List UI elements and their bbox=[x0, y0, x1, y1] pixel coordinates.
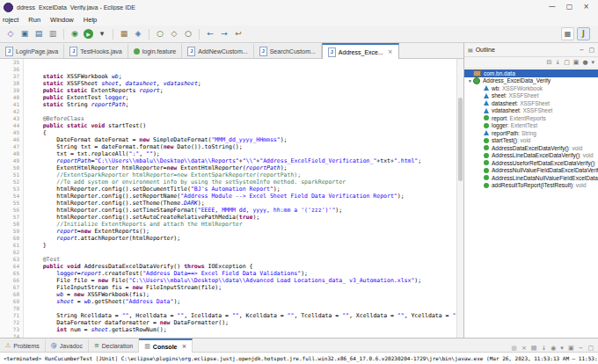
open-perspective-icon[interactable]: ▦ bbox=[561, 27, 574, 40]
code-line-40[interactable]: 40 public ExtentTest logger; bbox=[0, 94, 456, 101]
line-number[interactable]: 61 bbox=[0, 242, 24, 249]
code-line-58[interactable]: 58 //Initialize ExtentReports and attach… bbox=[0, 221, 456, 228]
code-line-61[interactable]: 61 } bbox=[0, 242, 456, 249]
save-icon[interactable]: ▣ bbox=[18, 28, 31, 40]
outline-item-logger[interactable]: logger : ExtentTest bbox=[464, 122, 598, 130]
tab-close-icon[interactable]: × bbox=[181, 343, 186, 350]
display-selected-console-icon[interactable]: ▾ bbox=[560, 345, 564, 352]
code-line-71[interactable]: 71 String Rcelldata = "", Hcelldata = ""… bbox=[0, 312, 456, 319]
line-number[interactable]: 58 bbox=[0, 221, 24, 228]
code-line-36[interactable]: 36 bbox=[0, 66, 456, 73]
hide-static-members-icon[interactable]: ▣ bbox=[573, 59, 580, 66]
pin-console-icon[interactable]: ◉ bbox=[551, 345, 556, 352]
console-output[interactable]: <terminated> RunCucumberTest [JUnit] C:\… bbox=[0, 353, 598, 364]
code-line-56[interactable]: 56 htmlReporter.config().setTimeStampFor… bbox=[0, 207, 456, 214]
minimize-view-icon[interactable]: − bbox=[580, 47, 585, 54]
outline-item-address-exceldata-verify[interactable]: ▾Address_ExcelData_Verify bbox=[464, 77, 598, 85]
forward-icon[interactable]: → bbox=[218, 28, 230, 40]
menu-run[interactable]: Run bbox=[28, 16, 40, 24]
hide-fields-icon[interactable]: ▢ bbox=[564, 59, 570, 66]
code-line-53[interactable]: 53 htmlReporter.config().setDocumentTitl… bbox=[0, 186, 456, 193]
new-wizard-icon[interactable]: ◇ bbox=[4, 28, 17, 40]
code-line-74[interactable]: 74 bbox=[0, 333, 456, 338]
sort-icon[interactable]: ↓ bbox=[555, 59, 560, 66]
editor-tab-testhooks-java[interactable]: JTestHooks.java bbox=[64, 44, 128, 58]
line-number[interactable]: 36 bbox=[0, 66, 24, 73]
outline-item-vdatasheet[interactable]: vdatasheet : XSSFSheet bbox=[464, 107, 598, 115]
coverage-icon[interactable]: ▦ bbox=[118, 28, 130, 40]
line-number[interactable]: 72 bbox=[0, 319, 24, 326]
code-line-69[interactable]: 69 sheet = wb.getSheet("Address Data"); bbox=[0, 298, 456, 305]
line-number[interactable]: 45 bbox=[0, 129, 24, 136]
view-menu-icon[interactable]: ▾ bbox=[591, 59, 594, 66]
outline-item-starttest[interactable]: startTest() : void bbox=[464, 137, 598, 145]
menu-help[interactable]: Help bbox=[84, 16, 97, 24]
line-number[interactable]: 56 bbox=[0, 207, 24, 214]
terminate-icon[interactable]: ■ bbox=[511, 345, 517, 352]
line-number[interactable]: 40 bbox=[0, 94, 24, 101]
code-line-35[interactable]: 35 bbox=[0, 59, 456, 66]
line-number[interactable]: 43 bbox=[0, 115, 24, 122]
run-history-icon[interactable]: ▾ bbox=[96, 28, 108, 40]
view-tab-problems[interactable]: ⚠Problems bbox=[0, 339, 46, 352]
editor-tab-login-feature[interactable]: login.feature bbox=[128, 44, 183, 58]
clear-console-icon[interactable]: ▤ bbox=[531, 345, 537, 352]
line-number[interactable]: 73 bbox=[0, 326, 24, 333]
code-line-62[interactable]: 62 bbox=[0, 249, 456, 256]
hide-non-public-icon[interactable]: ● bbox=[582, 59, 587, 66]
editor-tab-searchcustom[interactable]: JSearchCustom... bbox=[254, 44, 322, 58]
outline-item-addressdataexceldataverify[interactable]: AddressDataExcelDataVerify() : void bbox=[464, 144, 598, 152]
run-icon[interactable]: ▶ bbox=[84, 29, 93, 39]
line-number[interactable]: 44 bbox=[0, 122, 24, 129]
editor-tab-addnewcustom[interactable]: JAddNewCustom... bbox=[182, 44, 253, 58]
code-line-67[interactable]: 67 FileInputStream fis = new FileInputSt… bbox=[0, 284, 456, 291]
line-number[interactable]: 57 bbox=[0, 214, 24, 221]
code-line-39[interactable]: 39 public static ExtentReports report; bbox=[0, 87, 456, 94]
outline-item-addresslinedataexceldataverify[interactable]: AddressLineDataExcelDataVerify() : void bbox=[464, 152, 598, 160]
maximize-view-icon[interactable]: ▢ bbox=[587, 345, 594, 352]
code-line-50[interactable]: 50 ExtentHtmlReporter htmlReporter=new E… bbox=[0, 164, 456, 171]
code-line-63[interactable]: 63 @Test bbox=[0, 256, 456, 263]
back-icon[interactable]: ← bbox=[204, 28, 216, 40]
code-line-46[interactable]: 46 DateFormat dateFormat = new SimpleDat… bbox=[0, 136, 456, 143]
tab-close-icon[interactable]: × bbox=[388, 48, 393, 55]
line-number[interactable]: 65 bbox=[0, 270, 24, 277]
line-number[interactable]: 51 bbox=[0, 171, 24, 178]
new-java-class-icon[interactable]: ○ bbox=[154, 28, 166, 40]
code-line-41[interactable]: 41 static String reportPath; bbox=[0, 101, 456, 108]
line-number[interactable]: 37 bbox=[0, 73, 24, 80]
open-type-icon[interactable]: ◇ bbox=[168, 28, 180, 40]
line-number[interactable]: 64 bbox=[0, 263, 24, 270]
code-line-51[interactable]: 51 //ExtentSparkReporter htmlReporter=ne… bbox=[0, 171, 456, 178]
editor[interactable]: 353637 static XSSFWorkbook wb;38 static … bbox=[0, 59, 463, 338]
line-number[interactable]: 54 bbox=[0, 193, 24, 200]
code-line-52[interactable]: 52 //To add system or environment info b… bbox=[0, 178, 456, 186]
line-number[interactable]: 53 bbox=[0, 186, 24, 193]
line-number[interactable]: 59 bbox=[0, 228, 24, 235]
line-number[interactable]: 60 bbox=[0, 235, 24, 242]
code-line-54[interactable]: 54 htmlReporter.config().setReportName("… bbox=[0, 193, 456, 200]
line-number[interactable]: 68 bbox=[0, 291, 24, 298]
line-number[interactable]: 46 bbox=[0, 136, 24, 143]
external-tools-icon[interactable]: ◈ bbox=[132, 28, 144, 40]
line-number[interactable]: 50 bbox=[0, 164, 24, 171]
code-line-59[interactable]: 59 report=new ExtentReports(); bbox=[0, 228, 456, 235]
code-line-64[interactable]: 64 public void AddressDataExcelDataVerif… bbox=[0, 263, 456, 270]
line-number[interactable]: 39 bbox=[0, 87, 24, 94]
save-all-icon[interactable]: ▤ bbox=[33, 28, 45, 40]
line-number[interactable]: 41 bbox=[0, 101, 24, 108]
line-number[interactable]: 35 bbox=[0, 59, 24, 66]
line-number[interactable]: 69 bbox=[0, 298, 24, 305]
code-line-72[interactable]: 72 DataFormatter dataformatter = new Dat… bbox=[0, 319, 456, 326]
code-line-60[interactable]: 60 report.attachReporter(htmlReporter); bbox=[0, 235, 456, 242]
code-line-37[interactable]: 37 static XSSFWorkbook wb; bbox=[0, 73, 456, 80]
line-number[interactable]: 49 bbox=[0, 157, 24, 164]
view-tab-declaration[interactable]: ≡Declaration bbox=[89, 339, 139, 352]
collapse-all-icon[interactable]: ⊟ bbox=[546, 59, 551, 66]
outline-item-addressnullvaluefielddataexceldataverify[interactable]: AddressNullValueFieldDataExcelDataVerify… bbox=[464, 167, 598, 175]
remove-launch-icon[interactable]: × bbox=[521, 345, 527, 352]
outline-item-addresslinedatanullvaluefieldexceldataverify[interactable]: AddressLineDataNullValueFieldExcelDataVe… bbox=[464, 174, 598, 182]
java-perspective-icon[interactable]: J bbox=[577, 27, 590, 40]
view-tab-javadoc[interactable]: @Javadoc bbox=[46, 339, 89, 352]
line-number[interactable]: 70 bbox=[0, 305, 24, 312]
